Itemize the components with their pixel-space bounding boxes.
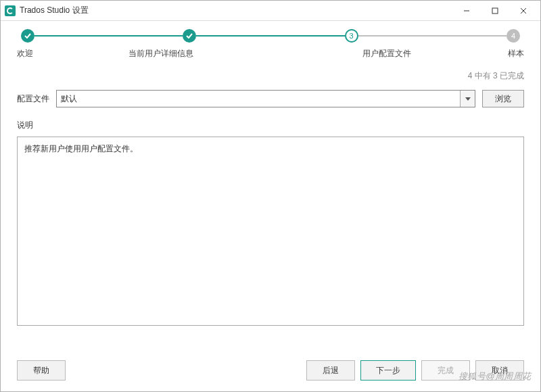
cancel-button-label: 取消 (492, 365, 508, 376)
svg-rect-1 (492, 8, 498, 14)
description-box: 推荐新用户使用用户配置文件。 (17, 137, 524, 326)
finish-button-label: 完成 (438, 365, 454, 376)
wizard-footer: 帮助 后退 下一步 完成 取消 (1, 349, 540, 391)
step-line-1 (34, 35, 183, 36)
minimize-icon (463, 7, 470, 14)
step-line-3 (358, 35, 507, 36)
chevron-down-icon (460, 91, 475, 107)
browse-button[interactable]: 浏览 (482, 90, 524, 107)
browse-button-label: 浏览 (495, 93, 511, 105)
step-1-label: 欢迎 (17, 48, 57, 59)
step-3-icon: 3 (345, 29, 358, 43)
next-button[interactable]: 下一步 (360, 360, 416, 381)
close-icon (520, 7, 527, 14)
minimize-button[interactable] (452, 1, 481, 20)
help-button-label: 帮助 (33, 365, 49, 376)
window-title: Trados Studio 设置 (20, 5, 452, 16)
step-line-2 (196, 35, 344, 36)
step-2-label: 当前用户详细信息 (107, 48, 215, 59)
titlebar: Trados Studio 设置 (1, 1, 540, 21)
cancel-button[interactable]: 取消 (475, 360, 524, 381)
step-3-label: 用户配置文件 (346, 48, 427, 59)
step-4-icon: 4 (507, 29, 520, 43)
close-button[interactable] (509, 1, 538, 20)
finish-button: 完成 (421, 360, 470, 381)
description-text: 推荐新用户使用用户配置文件。 (24, 144, 138, 153)
svg-marker-4 (465, 97, 471, 101)
description-label: 说明 (17, 120, 524, 131)
app-icon (5, 5, 16, 16)
back-button[interactable]: 后退 (306, 360, 355, 381)
maximize-icon (492, 7, 498, 14)
wizard-content: 3 4 欢迎 当前用户详细信息 用户配置文件 样本 4 中有 3 已完成 配置文… (1, 21, 540, 349)
step-1-icon (21, 29, 34, 43)
window-controls (452, 1, 538, 20)
profile-row: 配置文件 默认 浏览 (17, 90, 524, 107)
help-button[interactable]: 帮助 (17, 360, 66, 381)
check-icon (24, 33, 31, 39)
progress-text: 4 中有 3 已完成 (17, 70, 524, 82)
profile-label: 配置文件 (17, 93, 49, 105)
wizard-window: Trados Studio 设置 (0, 0, 541, 392)
profile-select-value: 默认 (61, 93, 77, 105)
step-row: 3 4 (17, 29, 524, 43)
back-button-label: 后退 (323, 365, 339, 376)
profile-select[interactable]: 默认 (56, 90, 475, 107)
step-2-icon (183, 29, 196, 43)
next-button-label: 下一步 (376, 365, 400, 376)
maximize-button[interactable] (481, 1, 509, 20)
step-indicator: 3 4 欢迎 当前用户详细信息 用户配置文件 样本 (17, 21, 524, 62)
check-icon (186, 33, 193, 39)
step-labels: 欢迎 当前用户详细信息 用户配置文件 样本 (17, 48, 524, 59)
step-4-label: 样本 (484, 48, 524, 59)
